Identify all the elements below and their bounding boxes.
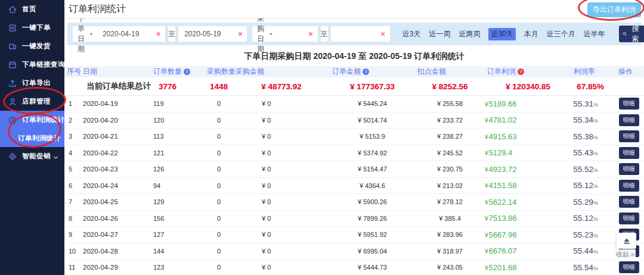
- column-header-9: 操作: [616, 67, 642, 77]
- quick-range-6[interactable]: 近半年: [584, 29, 605, 39]
- search-button[interactable]: 搜索: [619, 26, 644, 42]
- quick-range-5[interactable]: 近三个月: [547, 29, 575, 39]
- summary-order-count: 3776: [151, 82, 205, 91]
- cell-deduction_amount: ¥ 278.12: [415, 198, 485, 205]
- sidebar-item-clock[interactable]: 订单利润统计: [0, 111, 64, 129]
- export-order-profit-button[interactable]: 导出订单利润: [587, 2, 641, 17]
- clear-order-date-from-icon[interactable]: ✕: [151, 30, 165, 38]
- quick-range-1[interactable]: 近一周: [429, 29, 450, 39]
- percent-symbol: %: [593, 167, 598, 173]
- purchase-date-type-label: 采购日期: [257, 14, 264, 54]
- currency-symbol: ¥: [485, 101, 488, 108]
- sidebar-item-export[interactable]: 订单导出: [0, 74, 64, 92]
- cell-purchase_amount: ¥ 0: [233, 165, 330, 173]
- cell-profit-rate: 55.31%: [571, 99, 616, 108]
- purchase-date-to-box: ✕: [331, 26, 390, 42]
- gear-icon: [8, 152, 17, 161]
- table-body: 12020-04-191190¥ 0¥ 5445.24¥ 255.58¥5189…: [64, 96, 644, 275]
- rate-value: 55.29: [573, 198, 593, 207]
- help-icon[interactable]: ?: [363, 68, 369, 75]
- summary-row: 当前订单结果总计 3776 1448 ¥ 48773.92 ¥ 177367.3…: [64, 77, 644, 96]
- order-date-from-input[interactable]: [101, 27, 151, 41]
- detail-button[interactable]: 明细: [619, 261, 639, 273]
- cell-profit-rate: 55.23%: [571, 230, 616, 239]
- order-date-to-box: ✕: [178, 26, 247, 42]
- page-title: 订单利润统计: [69, 3, 126, 15]
- help-icon[interactable]: ?: [184, 68, 190, 75]
- cell-order_amount: ¥ 5153.9: [330, 133, 415, 140]
- sidebar-subitem-label: 订单利润统计: [18, 134, 61, 143]
- detail-button[interactable]: 明细: [619, 196, 639, 208]
- cell-profit-rate: 55.54%: [571, 263, 616, 272]
- cell-deduction_amount: ¥ 283.96: [415, 231, 485, 238]
- sidebar-subitem-clock[interactable]: 订单利润统计: [0, 129, 64, 147]
- sidebar-item-label: 智能促销: [22, 152, 51, 161]
- purchase-date-from-input[interactable]: [276, 27, 304, 41]
- detail-button[interactable]: 明细: [619, 163, 639, 175]
- detail-button[interactable]: 明细: [619, 212, 639, 224]
- help-icon[interactable]: ?: [518, 68, 524, 75]
- purchase-date-type-select[interactable]: 采购日期 ▼: [252, 14, 276, 54]
- cell-purchase_amount: ¥ 0: [233, 182, 330, 189]
- cell-action: 明细: [616, 261, 642, 273]
- detail-button[interactable]: 明细: [619, 114, 639, 126]
- column-header-label: 操作: [618, 67, 633, 77]
- percent-symbol: %: [593, 135, 598, 140]
- cell-order-profit: ¥7513.86: [485, 214, 571, 223]
- currency-symbol: ¥: [485, 215, 488, 222]
- cell-seq: 3: [64, 133, 80, 140]
- quick-range-4[interactable]: 本月: [524, 29, 538, 39]
- quick-range-2[interactable]: 近两周: [459, 29, 480, 39]
- sidebar-item-order[interactable]: 一键下单: [0, 18, 64, 37]
- column-header-label: 日期: [83, 67, 97, 77]
- cell-deduction_amount: ¥ 245.52: [415, 149, 485, 157]
- detail-button[interactable]: 明细: [619, 98, 639, 110]
- quick-range-3[interactable]: 近30天: [488, 28, 515, 40]
- percent-symbol: %: [593, 216, 598, 222]
- order-date-to-input[interactable]: [183, 27, 233, 41]
- cell-date: 2020-04-20: [80, 117, 151, 124]
- cell-seq: 10: [64, 248, 80, 255]
- detail-button[interactable]: 明细: [619, 130, 639, 142]
- cell-purchase_count: 0: [205, 182, 233, 189]
- summary-order-amount: ¥ 177367.33: [330, 82, 415, 91]
- collapse-widget[interactable]: 收起 >: [615, 249, 636, 260]
- currency-symbol: ¥: [485, 232, 488, 239]
- cell-order_amount: ¥ 5900.26: [330, 198, 415, 205]
- to-label: 至: [168, 26, 175, 42]
- detail-button[interactable]: 明细: [619, 147, 639, 159]
- clear-purchase-date-to-icon[interactable]: ✕: [376, 30, 390, 38]
- filter-bar: 下单日期 ▼ ✕ 至 ✕ 采购日期 ▼ ✕ 至: [67, 23, 642, 45]
- clear-purchase-date-from-icon[interactable]: ✕: [304, 30, 317, 38]
- main-content: 订单利润统计 导出订单利润 下单日期 ▼ ✕ 至 ✕ 采购日期 ▼: [64, 0, 644, 275]
- table-row: 102020-04-281440¥ 0¥ 6995.04¥ 318.97¥667…: [64, 243, 644, 260]
- home-icon: [8, 5, 17, 14]
- sidebar-item-user[interactable]: 店群管理: [0, 92, 64, 111]
- percent-symbol: %: [593, 200, 598, 206]
- sidebar-item-home[interactable]: 首页: [0, 0, 64, 18]
- order-date-type-select[interactable]: 下单日期 ▼: [73, 26, 97, 42]
- cell-order_amount: ¥ 6995.04: [330, 248, 415, 255]
- summary-purchase-count: 1448: [205, 82, 233, 91]
- quick-range-0[interactable]: 近3天: [402, 29, 421, 39]
- sidebar-item-calendar[interactable]: 下单链接查询: [0, 55, 64, 74]
- column-header-8: 利润率: [571, 67, 616, 77]
- cell-purchase_amount: ¥ 0: [233, 149, 330, 157]
- sidebar-item-gear[interactable]: 智能促销: [0, 147, 64, 165]
- profit-value: 4923.72: [489, 165, 517, 174]
- clear-order-date-to-icon[interactable]: ✕: [233, 30, 247, 38]
- back-to-top-widget[interactable]: [617, 233, 636, 249]
- table-row: 42020-04-221210¥ 0¥ 5374.92¥ 245.52¥5129…: [64, 145, 644, 162]
- cell-deduction_amount: ¥ 318.97: [415, 248, 485, 255]
- cell-date: 2020-04-28: [80, 248, 151, 255]
- cell-seq: 4: [64, 149, 80, 157]
- profit-value: 5201.68: [489, 263, 517, 272]
- summary-purchase-amount: ¥ 48773.92: [233, 82, 330, 91]
- cell-order_count: 94: [151, 182, 205, 189]
- detail-button[interactable]: 明细: [619, 180, 639, 192]
- column-header-7: 订单利润?: [485, 67, 571, 77]
- column-header-label: 序号: [67, 67, 81, 77]
- purchase-date-to-input[interactable]: [336, 27, 376, 41]
- table-row: 22020-04-201200¥ 0¥ 5014.74¥ 233.72¥4781…: [64, 112, 644, 129]
- sidebar-item-delivery[interactable]: 一键发货: [0, 37, 64, 55]
